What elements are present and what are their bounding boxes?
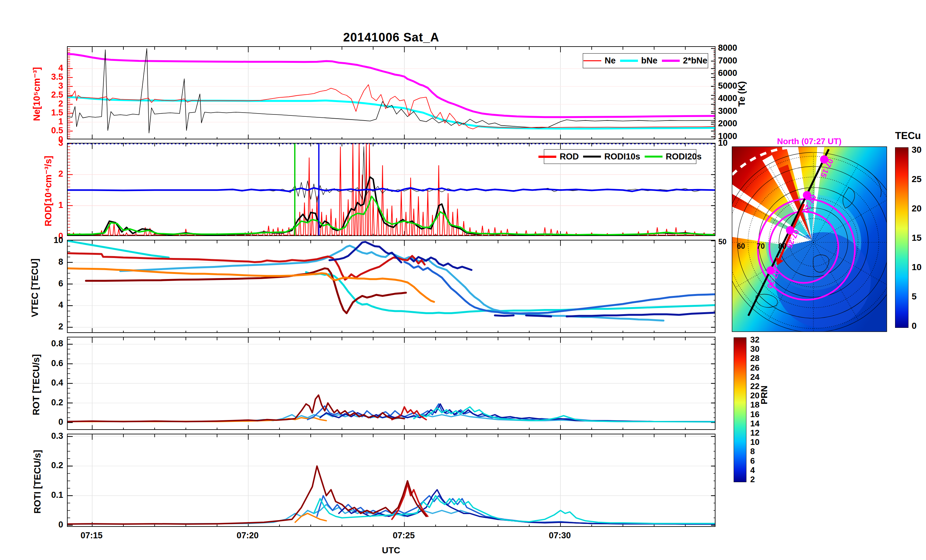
series-VTEC-navy [495, 315, 514, 316]
rot-ytick: 0.8 [0, 339, 63, 348]
prn-tick: 20 [750, 390, 760, 401]
figure: 20141006 Sat_A Ne[10⁵cm⁻³] Te (K) ROD[10… [0, 0, 926, 560]
legend-label: bNe [641, 56, 657, 66]
series-VTEC-cyan [68, 241, 169, 258]
tecu-tick: 15 [912, 233, 921, 243]
series-ROTI-deepsky [68, 504, 715, 524]
legend-line-sample [583, 156, 601, 157]
te-ytick: 4000 [718, 94, 737, 103]
prn-tick: 22 [750, 381, 760, 391]
series-ROT-navy [320, 404, 715, 422]
tecu-tick: 10 [912, 262, 921, 272]
te-ytick: 7000 [718, 56, 737, 65]
legend-label: Ne [604, 56, 616, 66]
roti-ytick: 0 [0, 520, 63, 530]
x-tick-label: 07:25 [393, 531, 415, 540]
legend-item: ROD [539, 152, 579, 162]
legend-item: 2*bNe [662, 56, 708, 66]
te-ytick: 8000 [718, 43, 737, 53]
series-RODI10s [68, 177, 715, 235]
prn-tick: 24 [750, 372, 760, 382]
te-ytick: 5000 [718, 81, 737, 91]
rod-ytick: 1 [0, 200, 63, 210]
lat-label: 60 [737, 242, 745, 250]
vtec-ytick: 2 [0, 322, 63, 331]
series-ROTI-navy [339, 490, 715, 524]
series-ROTI-orange [295, 513, 326, 522]
prn-tick: 10 [750, 437, 760, 447]
series-VTEC-navy [526, 315, 551, 316]
legend-item: bNe [620, 56, 657, 66]
roti-ytick: 0.1 [0, 490, 63, 500]
ne-ytick: 2.5 [0, 90, 63, 100]
tecu-tick: 5 [912, 292, 917, 302]
panel-vtec [67, 240, 716, 333]
prn-tick: 26 [750, 363, 760, 372]
rot-ytick: 0 [0, 417, 63, 427]
lat-label: 80 [778, 242, 787, 250]
te-ytick: 2000 [718, 119, 737, 129]
legend-ne: NebNe2*bNe [583, 53, 708, 68]
legend-line-sample [662, 60, 680, 62]
map-content: 07:1507:2007:2507:30 [723, 147, 903, 332]
roti-ytick: 0.3 [0, 431, 63, 441]
vtec-ytick: 4 [0, 300, 63, 310]
te-ytick: 3000 [718, 106, 737, 116]
roti-ytick: 0.2 [0, 460, 63, 471]
panel-roti [67, 434, 716, 527]
tecu-tick: 20 [912, 203, 921, 214]
rot-ytick: 0.4 [0, 378, 63, 388]
ne-ytick: 0.5 [0, 126, 63, 136]
ne-ytick: 1 [0, 117, 63, 127]
legend-line-sample [620, 60, 638, 62]
x-tick-label: 07:20 [237, 531, 259, 540]
series-ROTI-dodger [317, 496, 715, 524]
rot-ytick: 0.6 [0, 358, 63, 368]
te-axis-label: Te (K) [737, 81, 747, 106]
tecu-tick: 25 [912, 174, 921, 184]
legend-line-sample [583, 60, 601, 61]
lat-label: 70 [757, 242, 765, 250]
series-VTEC-orange [68, 268, 434, 302]
prn-tick: 28 [750, 353, 760, 363]
series-VTEC-navy [567, 313, 715, 316]
rod-ytick: 3 [0, 138, 63, 148]
vtec-ytick: 10 [0, 235, 63, 245]
vtec-ytick: 6 [0, 278, 63, 288]
prn-tick: 2 [750, 475, 755, 484]
map-title: North (07:27 UT) [777, 136, 841, 146]
rod-ytick: 2 [0, 169, 63, 179]
prn-tick: 4 [750, 465, 755, 475]
prn-tick: 8 [750, 446, 755, 456]
polar-tec-map: 07:1507:2007:2507:3050607080North (07:27… [714, 130, 926, 338]
rod-axis-label: ROD[10⁴cm⁻³/s] [43, 156, 54, 226]
rot-ytick: 0.2 [0, 397, 63, 407]
series-ROTI-cyan [314, 496, 715, 523]
tecu-tick: 0 [912, 321, 917, 331]
lat-label: 50 [718, 238, 727, 246]
roti-axis-label: ROTI [TECU/s] [32, 450, 43, 514]
ne-ytick: 3.5 [0, 72, 63, 82]
prn-tick: 6 [750, 456, 755, 466]
x-tick-label: 07:15 [80, 531, 102, 540]
tecu-tick: 30 [912, 145, 921, 155]
ne-ytick: 3 [0, 81, 63, 91]
vtec-ytick: 8 [0, 257, 63, 266]
legend-item: RODI20s [645, 152, 702, 162]
figure-title: 20141006 Sat_A [67, 30, 716, 44]
tecu-colorbar [895, 147, 908, 328]
legend-rod: RODRODI10sRODI20s [544, 149, 696, 164]
prn-colorbar [734, 338, 746, 482]
te-ytick: 6000 [718, 68, 737, 78]
prn-tick: 18 [750, 400, 760, 410]
x-axis-label: UTC [382, 545, 400, 555]
prn-colorbar-label: PRN [759, 386, 769, 404]
ne-ytick: 4 [0, 63, 63, 73]
prn-tick: 16 [750, 409, 760, 419]
series-ROD-blue [68, 188, 715, 191]
x-tick-label: 07:30 [549, 531, 571, 540]
panel-rot [67, 337, 716, 430]
legend-line-sample [645, 156, 663, 157]
legend-label: 2*bNe [683, 56, 708, 66]
prn-tick: 12 [750, 428, 760, 438]
